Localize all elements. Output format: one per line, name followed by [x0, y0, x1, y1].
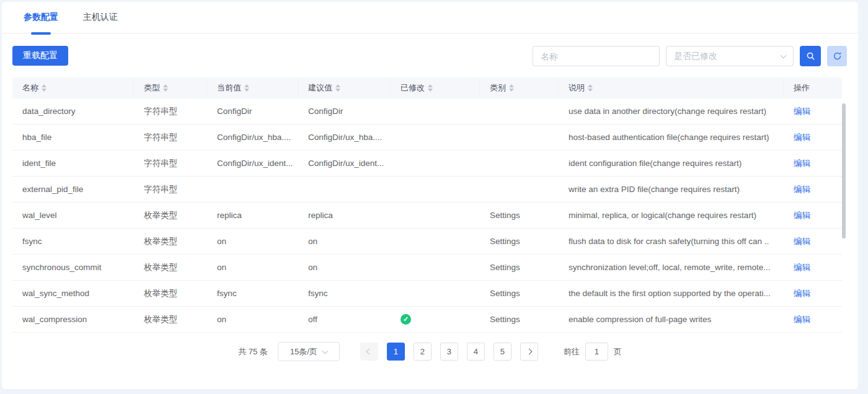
column-header[interactable]: 名称	[12, 77, 134, 98]
sort-ascending-icon[interactable]	[163, 84, 168, 87]
cell-suggested-value: on	[298, 237, 391, 246]
cell-modified: ✓	[391, 314, 480, 325]
edit-button[interactable]: 编辑	[794, 237, 810, 246]
sort-ascending-icon[interactable]	[42, 84, 46, 87]
sort-ascending-icon[interactable]	[509, 84, 514, 87]
sort-descending-icon[interactable]	[163, 89, 168, 92]
tab-parameter-config[interactable]: 参数配置	[24, 2, 58, 33]
cell-category: Settings	[480, 211, 559, 220]
cell-action: 编辑	[784, 262, 842, 273]
edit-button[interactable]: 编辑	[794, 211, 810, 220]
content-card: 参数配置主机认证 重载配置 是否已修改	[2, 2, 858, 389]
search-icon	[806, 51, 815, 61]
cell-name: hba_file	[12, 133, 134, 142]
cell-name: wal_compression	[12, 315, 134, 324]
cell-type: 枚举类型	[134, 314, 207, 325]
cell-category: Settings	[480, 289, 559, 298]
column-header[interactable]: 类型	[134, 77, 207, 98]
sort-ascending-icon[interactable]	[335, 84, 340, 87]
parameter-table: 名称类型当前值建议值已修改类别说明操作 data_directory字符串型Co…	[12, 77, 842, 333]
edit-button[interactable]: 编辑	[794, 159, 810, 168]
edit-button[interactable]: 编辑	[794, 185, 810, 194]
active-tab-indicator	[31, 32, 51, 35]
table-row: external_pid_file字符串型write an extra PID …	[12, 177, 842, 203]
search-button[interactable]	[800, 46, 821, 66]
column-header[interactable]: 说明	[559, 77, 784, 98]
sort-descending-icon[interactable]	[335, 89, 340, 92]
cell-description: minimal, replica, or logical(change requ…	[559, 211, 784, 220]
modified-filter-placeholder: 是否已修改	[674, 51, 717, 62]
edit-button[interactable]: 编辑	[794, 107, 810, 116]
sort-carets	[428, 84, 433, 92]
table-row: fsync枚举类型ononSettingsflush data to disk …	[12, 229, 842, 255]
cell-description: ident configuration file(change requires…	[559, 159, 784, 168]
page-button-3[interactable]: 3	[440, 343, 458, 361]
cell-action: 编辑	[784, 288, 842, 299]
prev-page-button[interactable]	[360, 343, 378, 361]
tab-host-auth[interactable]: 主机认证	[83, 2, 118, 33]
cell-description: write an extra PID file(change requires …	[559, 185, 784, 194]
table-row: wal_compression枚举类型onoff✓Settingsenable …	[12, 307, 842, 333]
cell-action: 编辑	[784, 132, 842, 143]
cell-name: external_pid_file	[12, 185, 134, 194]
jumper-suffix: 页	[614, 346, 622, 357]
column-header-label: 说明	[569, 82, 585, 94]
reload-config-button[interactable]: 重载配置	[12, 46, 68, 66]
sort-ascending-icon[interactable]	[244, 84, 249, 87]
table-scrollbar[interactable]	[842, 103, 846, 239]
sort-descending-icon[interactable]	[428, 89, 433, 92]
column-header-label: 类型	[144, 82, 160, 94]
tab-label: 参数配置	[24, 12, 58, 23]
column-header[interactable]: 建议值	[298, 77, 391, 98]
column-header[interactable]: 类别	[480, 77, 559, 98]
sort-carets	[163, 84, 168, 92]
cell-current-value: fsync	[207, 289, 298, 298]
cell-current-value: ConfigDir/ux_hba....	[207, 133, 298, 142]
cell-type: 字符串型	[134, 184, 207, 195]
cell-description: enable compression of full-page writes	[559, 315, 784, 324]
table-body: data_directory字符串型ConfigDirConfigDiruse …	[12, 98, 842, 333]
check-circle-icon: ✓	[401, 314, 411, 325]
cell-current-value: on	[207, 263, 298, 272]
sort-ascending-icon[interactable]	[588, 84, 593, 87]
sort-ascending-icon[interactable]	[428, 84, 433, 87]
cell-action: 编辑	[784, 314, 842, 325]
sort-descending-icon[interactable]	[244, 89, 249, 92]
cell-suggested-value: replica	[298, 211, 391, 220]
edit-button[interactable]: 编辑	[794, 315, 810, 324]
sort-carets	[244, 84, 249, 92]
cell-current-value: replica	[207, 211, 298, 220]
refresh-button[interactable]	[827, 46, 847, 66]
table-header: 名称类型当前值建议值已修改类别说明操作	[12, 77, 842, 98]
name-filter-input[interactable]	[533, 46, 660, 66]
cell-suggested-value: ConfigDir	[298, 107, 391, 116]
cell-name: wal_sync_method	[12, 289, 134, 298]
cell-current-value: on	[207, 315, 298, 324]
column-header[interactable]: 已修改	[391, 77, 480, 98]
page-button-1[interactable]: 1	[387, 343, 405, 361]
page-size-select[interactable]: 15条/页	[278, 342, 340, 361]
cell-name: fsync	[12, 237, 134, 246]
page-size-label: 15条/页	[290, 346, 317, 357]
jump-page-input[interactable]	[585, 343, 608, 361]
column-header[interactable]: 当前值	[207, 77, 298, 98]
edit-button[interactable]: 编辑	[794, 133, 810, 142]
edit-button[interactable]: 编辑	[794, 263, 810, 272]
sort-descending-icon[interactable]	[588, 89, 593, 92]
table-row: hba_file字符串型ConfigDir/ux_hba....ConfigDi…	[12, 125, 842, 151]
page-button-5[interactable]: 5	[494, 343, 512, 361]
toolbar: 重载配置 是否已修改	[12, 46, 847, 66]
column-header-label: 建议值	[308, 82, 332, 94]
cell-category: Settings	[480, 315, 559, 324]
chevron-right-icon	[526, 349, 532, 355]
edit-button[interactable]: 编辑	[794, 289, 810, 298]
next-page-button[interactable]	[520, 343, 538, 361]
sort-descending-icon[interactable]	[42, 89, 46, 92]
page-button-2[interactable]: 2	[414, 343, 432, 361]
cell-action: 编辑	[784, 210, 842, 221]
page-button-4[interactable]: 4	[467, 343, 485, 361]
cell-type: 字符串型	[134, 106, 207, 117]
cell-suggested-value: on	[298, 263, 391, 272]
sort-descending-icon[interactable]	[509, 89, 514, 92]
modified-filter-select[interactable]: 是否已修改	[666, 46, 794, 66]
